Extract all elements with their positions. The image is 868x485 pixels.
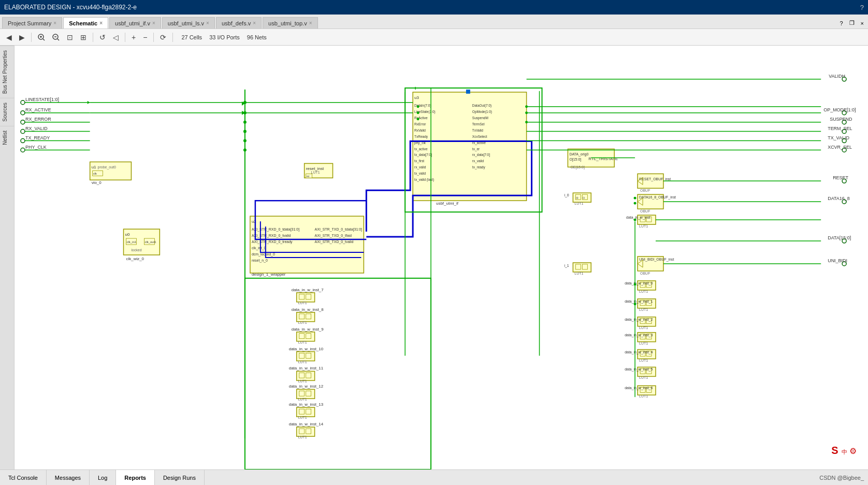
svg-line-6 [57,39,59,40]
sidebar-netlist[interactable]: Netlist [0,126,14,149]
tab-close-schematic[interactable]: × [99,20,103,26]
bottom-bar: Tcl ConsoleMessagesLogReportsDesign Runs… [0,469,868,485]
svg-text:UNI_BIDI: UNI_BIDI [828,258,847,263]
tab-close-btn[interactable]: × [859,19,866,27]
svg-text:DATA16_8: DATA16_8 [828,196,850,201]
nets-count: 96 Nets [247,34,267,40]
tab-project-summary[interactable]: Project Summary× [2,17,62,28]
svg-text:DATA[15:0]: DATA[15:0] [828,235,851,240]
sidebar-sources[interactable]: Sources [0,98,14,126]
add-button[interactable]: + [129,32,138,42]
svg-point-256 [243,101,247,104]
svg-text:DATA_orig0: DATA_orig0 [569,152,588,156]
tab-close-usbf_defs[interactable]: × [253,20,256,26]
refresh-button[interactable]: ↺ [97,32,108,42]
svg-rect-180 [299,294,305,299]
remove-button[interactable]: − [141,32,149,42]
svg-point-238 [634,202,636,205]
tab-usbf_utmi_if[interactable]: usbf_utmi_if.v× [109,17,161,28]
svg-point-24 [21,139,25,143]
svg-text:LUT1: LUT1 [639,290,648,293]
svg-text:clk_out1: clk_out1 [144,240,156,244]
svg-text:XCVR_SEL: XCVR_SEL [828,145,852,150]
left-sidebar: Bus Net Properties Sources Netlist [0,46,15,469]
svg-text:LUT1: LUT1 [298,340,307,344]
bottom-tabs: Tcl ConsoleMessagesLogReportsDesign Runs [0,470,205,486]
svg-point-234 [525,105,528,108]
tab-schematic[interactable]: Schematic× [63,17,108,28]
svg-point-258 [243,121,247,124]
reload-button[interactable]: ⟳ [158,32,168,42]
svg-text:data_in_w_inst: data_in_w_inst [626,216,650,220]
forward-button[interactable]: ▶ [17,32,27,42]
svg-rect-191 [306,334,311,339]
zoom-in-button[interactable] [36,33,47,42]
back-button[interactable]: ◀ [4,32,14,42]
svg-text:i_0: i_0 [564,193,569,197]
tab-close-usbf_utmi_ls[interactable]: × [206,20,209,26]
svg-text:RxError: RxError [414,122,426,126]
svg-text:data_in_w_inst_8: data_in_w_inst_8 [292,307,324,312]
svg-text:LUT1: LUT1 [639,224,648,228]
svg-point-18 [21,120,25,124]
svg-rect-211 [306,409,311,414]
tab-label-usb_utmi_top: usb_utmi_top.v [268,20,307,26]
svg-rect-200 [299,373,305,378]
schematic-canvas[interactable]: LINESTATE[1:0] RX_ACTIVE RX_ERROR RX_VAL… [15,46,868,469]
svg-text:OBUF: OBUF [640,209,650,213]
zoom-out-button[interactable] [50,33,62,42]
tab-usbf_utmi_ls[interactable]: usbf_utmi_ls.v× [162,17,215,28]
help-icon[interactable]: ? [860,4,864,11]
schematic-svg: LINESTATE[1:0] RX_ACTIVE RX_ERROR RX_VAL… [15,46,868,469]
svg-text:LUT1: LUT1 [298,379,307,383]
svg-text:AXI_STR_RXD_0_tready: AXI_STR_RXD_0_tready [252,240,293,244]
bottom-tab-tcl-console[interactable]: Tcl Console [0,470,47,486]
svg-text:tx_first: tx_first [414,159,424,163]
svg-text:clk_in1: clk_in1 [126,240,136,244]
bottom-tab-design-runs[interactable]: Design Runs [155,470,205,486]
svg-rect-185 [299,314,305,319]
svg-point-260 [243,139,247,142]
svg-text:tx_er: tx_er [472,147,480,151]
bottom-tab-log[interactable]: Log [90,470,116,486]
bottom-tab-messages[interactable]: Messages [47,470,90,486]
bottom-tab-reports[interactable]: Reports [116,470,155,486]
svg-text:LUT1: LUT1 [311,170,320,174]
svg-text:LUT1: LUT1 [574,202,583,205]
tab-close-usbf_utmi_if[interactable]: × [152,20,155,26]
svg-point-27 [21,148,25,152]
svg-text:usbf_utmi_if: usbf_utmi_if [436,201,459,206]
tab-usbf_defs[interactable]: usbf_defs.v× [216,17,262,28]
svg-rect-205 [299,391,305,396]
svg-text:LUT1: LUT1 [298,435,307,439]
svg-rect-201 [306,373,311,378]
tab-close-project-summary[interactable]: × [53,20,56,26]
svg-rect-133 [582,264,587,269]
svg-text:data_in_w_inst_7: data_in_w_inst_7 [292,288,324,292]
svg-text:data_in_w_inst_1: data_in_w_inst_1 [625,299,653,304]
svg-text:reset_n_0: reset_n_0 [252,259,268,263]
svg-text:VALIDH: VALIDH [829,74,845,79]
svg-text:tx_valid: tx_valid [414,172,426,176]
svg-text:RESET: RESET [833,175,848,180]
svg-text:rx_data[7:0]: rx_data[7:0] [472,153,490,157]
svg-text:i_1: i_1 [564,264,569,268]
tab-usb_utmi_top[interactable]: usb_utmi_top.v× [263,17,317,28]
tab-help-btn[interactable]: ? [837,19,845,27]
select-button[interactable]: ⊞ [78,32,89,42]
tab-bar-actions: ? ❐ × [837,19,866,28]
svg-text:PHY_CLK: PHY_CLK [25,145,47,150]
svg-text:LUT1: LUT1 [298,360,307,364]
sidebar-bus-net[interactable]: Bus Net Properties [0,46,14,98]
fit-button[interactable]: ⊡ [65,32,75,42]
svg-text:TxValid: TxValid [472,129,483,132]
svg-text:data_in_w_inst_4: data_in_w_inst_4 [625,350,653,354]
prev-button[interactable]: ◁ [111,32,121,42]
tab-restore-btn[interactable]: ❐ [847,19,857,27]
svg-rect-177 [245,278,431,469]
svg-point-12 [21,101,25,105]
tab-close-usb_utmi_top[interactable]: × [309,20,312,26]
svg-text:O: O [583,196,585,199]
svg-text:data_in_w_inst_13: data_in_w_inst_13 [289,402,324,407]
svg-text:TERM_SEL: TERM_SEL [828,126,852,131]
